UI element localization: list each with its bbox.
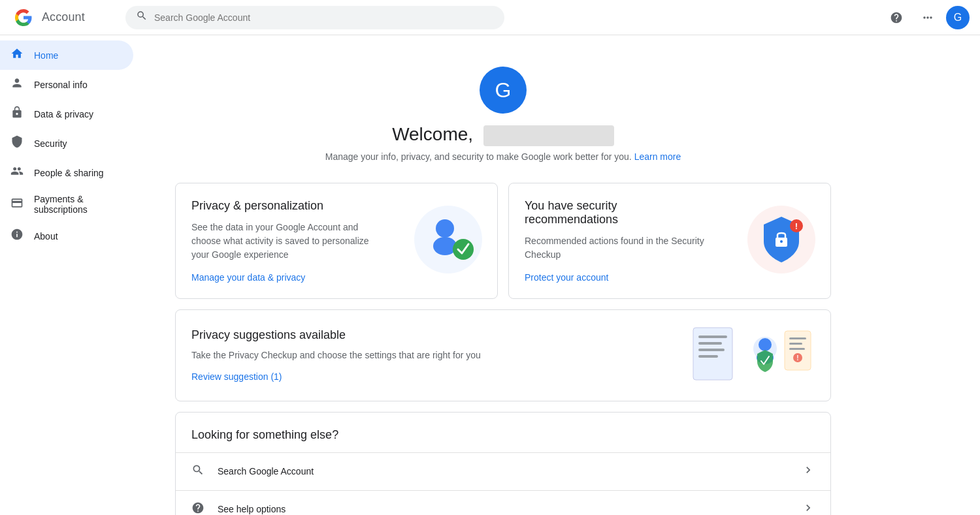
suggestion-content: Privacy suggestions available Take the P… — [191, 328, 534, 382]
security-card-title: You have security recommendations — [525, 199, 698, 226]
sidebar-item-data-privacy-label: Data & privacy — [34, 109, 93, 119]
suggestion-desc: Take the Privacy Checkup and choose the … — [191, 349, 534, 362]
sidebar-item-data-privacy[interactable]: Data & privacy — [0, 99, 133, 129]
sidebar-item-about-label: About — [34, 231, 58, 242]
people-icon — [10, 164, 24, 181]
suggestion-illustration: ! — [687, 321, 817, 389]
svg-rect-18 — [785, 331, 811, 370]
header: Account G — [0, 0, 980, 35]
search-container — [125, 6, 504, 29]
sidebar-item-home-label: Home — [34, 50, 58, 61]
help-item-icon — [191, 501, 207, 515]
search-box — [125, 6, 504, 29]
svg-point-16 — [759, 338, 772, 351]
svg-rect-21 — [789, 348, 805, 350]
sidebar-item-about[interactable]: About — [0, 221, 133, 251]
svg-text:!: ! — [795, 221, 798, 231]
svg-rect-19 — [789, 337, 806, 339]
privacy-card-title: Privacy & personalization — [191, 199, 365, 213]
svg-point-7 — [780, 240, 783, 243]
home-icon — [10, 47, 24, 63]
sidebar-item-security-label: Security — [34, 138, 67, 149]
security-illustration: ! — [745, 204, 817, 278]
welcome-subtitle: Manage your info, privacy, and security … — [325, 151, 681, 162]
user-avatar-header[interactable]: G — [946, 6, 970, 29]
sidebar-item-personal-info-label: Personal info — [34, 80, 88, 90]
sidebar-item-security[interactable]: Security — [0, 129, 133, 158]
sidebar-item-home[interactable]: Home — [0, 40, 133, 70]
looking-section-title: Looking for something else? — [176, 413, 830, 452]
sidebar: Home Personal info Data & privacy Securi… — [0, 35, 144, 515]
looking-item-search-label: Search Google Account — [218, 466, 802, 476]
svg-point-2 — [436, 219, 454, 238]
svg-rect-13 — [698, 349, 725, 351]
welcome-title: Welcome, — [392, 124, 614, 146]
privacy-card: Privacy & personalization See the data i… — [175, 183, 498, 299]
sidebar-item-people-sharing[interactable]: People & sharing — [0, 158, 133, 187]
privacy-illustration — [412, 204, 484, 278]
privacy-card-desc: See the data in your Google Account and … — [191, 221, 380, 262]
header-actions: G — [883, 5, 970, 31]
welcome-name-redacted — [483, 125, 614, 146]
lock-icon — [10, 106, 24, 122]
sidebar-item-payments-label: Payments & subscriptions — [34, 194, 123, 215]
chevron-right-icon-help — [802, 501, 815, 515]
svg-rect-14 — [698, 355, 718, 358]
shield-icon — [10, 135, 24, 151]
svg-rect-11 — [698, 336, 727, 338]
looking-item-help[interactable]: See help options — [176, 490, 830, 515]
svg-rect-12 — [698, 342, 722, 345]
sidebar-item-people-sharing-label: People & sharing — [34, 168, 104, 178]
looking-section: Looking for something else? Search Googl… — [175, 412, 831, 515]
layout: Home Personal info Data & privacy Securi… — [0, 35, 980, 515]
looking-item-help-label: See help options — [218, 504, 802, 514]
welcome-section: G Welcome, Manage your info, privacy, an… — [175, 51, 831, 183]
looking-item-search[interactable]: Search Google Account — [176, 452, 830, 490]
security-card: You have security recommendations Recomm… — [508, 183, 831, 299]
search-item-icon — [191, 463, 207, 480]
security-card-desc: Recommended actions found in the Securit… — [525, 234, 713, 262]
user-avatar-main: G — [480, 67, 527, 114]
svg-text:!: ! — [796, 354, 798, 362]
cards-row: Privacy & personalization See the data i… — [175, 183, 831, 299]
search-input[interactable] — [154, 12, 494, 23]
chevron-right-icon-search — [802, 463, 815, 480]
svg-point-3 — [433, 237, 457, 255]
info-icon — [10, 228, 24, 244]
suggestion-title: Privacy suggestions available — [191, 328, 534, 342]
sidebar-item-personal-info[interactable]: Personal info — [0, 70, 133, 99]
learn-more-link[interactable]: Learn more — [634, 151, 681, 162]
google-account-logo[interactable]: Account — [10, 5, 115, 31]
suggestion-card: Privacy suggestions available Take the P… — [175, 309, 831, 401]
sidebar-item-payments[interactable]: Payments & subscriptions — [0, 187, 133, 221]
main-content: G Welcome, Manage your info, privacy, an… — [144, 35, 862, 515]
header-logo-text: Account — [42, 10, 85, 24]
apps-button[interactable] — [915, 5, 941, 31]
search-icon — [136, 10, 148, 25]
svg-point-4 — [453, 239, 474, 260]
person-icon — [10, 76, 24, 93]
suggestion-link[interactable]: Review suggestion (1) — [191, 371, 282, 382]
payment-icon — [10, 196, 24, 213]
help-button[interactable] — [883, 5, 909, 31]
google-logo-icon — [10, 5, 37, 31]
svg-rect-20 — [789, 343, 802, 345]
